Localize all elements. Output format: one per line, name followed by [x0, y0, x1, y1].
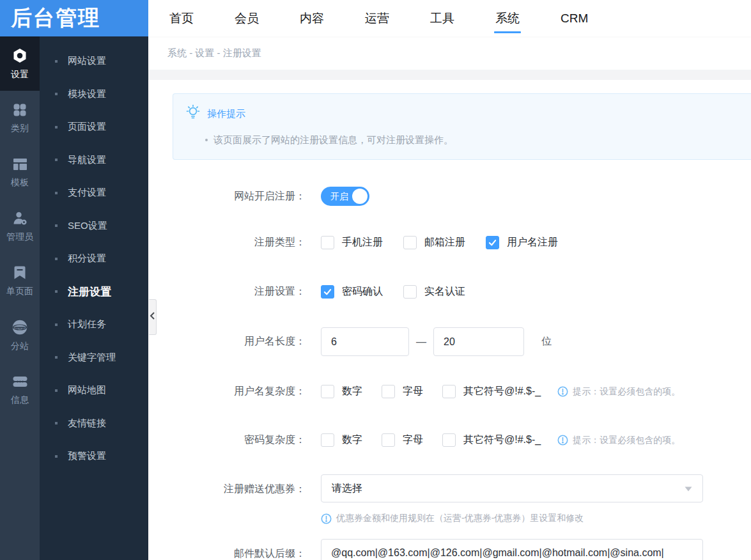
rail-item-messages[interactable]: 信息 — [0, 362, 40, 417]
checkbox-label: 用户名注册 — [507, 236, 558, 249]
submenu-item-label: 注册设置 — [68, 284, 111, 299]
checkbox-icon — [321, 385, 334, 398]
select-value: 请选择 — [332, 482, 362, 495]
field-label: 邮件默认后缀： — [148, 539, 306, 560]
operation-tip-box: 操作提示 该页面展示了网站的注册设置信息，可对注册设置操作。 — [173, 93, 751, 160]
rail-item-subsites[interactable]: www 分站 — [0, 308, 40, 362]
checkbox-checked-icon — [486, 236, 499, 249]
hint-text: 提示：设置必须包含的项。 — [573, 386, 680, 398]
sidebar-collapse-handle[interactable] — [149, 299, 157, 335]
submenu-item-cron-tasks[interactable]: 计划任务 — [40, 308, 148, 341]
checkbox-label: 实名认证 — [424, 285, 465, 299]
chevron-left-icon — [150, 311, 155, 323]
submenu-item-register-settings[interactable]: 注册设置 — [40, 276, 148, 309]
submenu-item-page-settings[interactable]: 页面设置 — [40, 111, 148, 144]
submenu-item-site-settings[interactable]: 网站设置 — [40, 45, 148, 78]
checkbox-username-register[interactable]: 用户名注册 — [486, 236, 558, 249]
checkbox-label: 邮箱注册 — [424, 236, 465, 249]
rail-item-categories[interactable]: 类别 — [0, 91, 40, 145]
checkbox-label: 密码确认 — [342, 285, 383, 299]
checkbox-icon — [382, 433, 395, 447]
checkbox-username-digits[interactable]: 数字 — [321, 385, 362, 398]
checkbox-password-symbols[interactable]: 其它符号@!#.$-_ — [442, 433, 541, 447]
chevron-down-icon — [685, 483, 692, 494]
bookmark-page-icon — [12, 265, 27, 281]
checkbox-password-letters[interactable]: 字母 — [382, 433, 423, 447]
app-logo: 后台管理 — [0, 0, 148, 36]
tab-operations[interactable]: 运营 — [365, 0, 389, 36]
check-icon — [323, 287, 332, 297]
toggle-state-label: 开启 — [330, 187, 348, 206]
row-register-settings: 注册设置： 密码确认 实名认证 — [148, 285, 751, 299]
bullet-icon — [55, 422, 58, 424]
rail-item-admins[interactable]: 管理员 — [0, 199, 40, 254]
coupon-hint: 优惠券金额和使用规则在（运营-优惠券-优惠券）里设置和修改 — [321, 513, 703, 524]
checkbox-password-confirm[interactable]: 密码确认 — [321, 285, 383, 299]
hint-text: 提示：设置必须包含的项。 — [573, 435, 680, 446]
checkbox-icon — [403, 285, 417, 299]
globe-icon: www — [12, 319, 28, 336]
submenu-item-label: 网站设置 — [68, 55, 106, 67]
register-toggle[interactable]: 开启 — [321, 187, 369, 206]
register-settings-panel: 操作提示 该页面展示了网站的注册设置信息，可对注册设置操作。 网站开启注册： 开… — [148, 93, 751, 560]
checkbox-username-letters[interactable]: 字母 — [382, 385, 423, 398]
admin-user-icon — [12, 210, 28, 226]
rail-item-settings[interactable]: 设置 — [0, 36, 40, 91]
row-register-switch: 网站开启注册： 开启 — [148, 187, 751, 206]
breadcrumb: 系统 - 设置 - 注册设置 — [167, 47, 261, 59]
submenu-item-alert-settings[interactable]: 预警设置 — [40, 440, 148, 473]
checkbox-username-symbols[interactable]: 其它符号@!#.$-_ — [442, 385, 541, 398]
rail-item-label: 分站 — [11, 341, 29, 352]
tab-members[interactable]: 会员 — [235, 0, 259, 36]
email-suffix-input[interactable] — [321, 539, 703, 560]
checkbox-label: 字母 — [403, 385, 423, 398]
field-label: 注册类型： — [148, 236, 306, 249]
checkbox-icon — [321, 433, 334, 447]
row-email-suffix: 邮件默认后缀： — [148, 539, 751, 560]
bullet-icon — [55, 126, 58, 128]
submenu-item-payment-settings[interactable]: 支付设置 — [40, 176, 148, 210]
submenu-item-points-settings[interactable]: 积分设置 — [40, 242, 148, 276]
tab-system[interactable]: 系统 — [495, 0, 520, 36]
tab-tools[interactable]: 工具 — [430, 0, 454, 36]
icon-rail: 设置 类别 模板 管理员 — [0, 36, 40, 560]
rail-item-single-page[interactable]: 单页面 — [0, 254, 40, 308]
grid-icon — [12, 102, 27, 118]
tab-home[interactable]: 首页 — [169, 0, 194, 36]
checkbox-icon — [321, 236, 334, 249]
checkbox-email-register[interactable]: 邮箱注册 — [403, 236, 465, 249]
bullet-icon — [55, 224, 58, 227]
main-content: 系统 - 设置 - 注册设置 操作提示 该页面展示了网站的注册设置信息，可对注册… — [148, 36, 751, 560]
submenu-item-friend-links[interactable]: 友情链接 — [40, 407, 148, 440]
submenu-item-label: 导航设置 — [68, 154, 106, 166]
submenu-item-label: 网站地图 — [68, 384, 106, 396]
coupon-select[interactable]: 请选择 — [321, 474, 703, 502]
rail-item-label: 模板 — [11, 177, 29, 189]
checkbox-realname-auth[interactable]: 实名认证 — [403, 285, 465, 299]
submenu-item-module-settings[interactable]: 模块设置 — [40, 78, 148, 111]
field-label: 注册赠送优惠券： — [148, 474, 306, 496]
submenu-item-keyword-management[interactable]: 关键字管理 — [40, 341, 148, 375]
submenu-item-seo-settings[interactable]: SEO设置 — [40, 210, 148, 243]
bullet-icon — [55, 192, 58, 194]
length-unit: 位 — [541, 335, 552, 348]
submenu-item-label: 预警设置 — [68, 450, 106, 462]
username-max-length-input[interactable] — [433, 327, 524, 356]
tab-content[interactable]: 内容 — [300, 0, 324, 36]
top-navigation: 首页 会员 内容 运营 工具 系统 CRM — [148, 0, 751, 36]
submenu-item-nav-settings[interactable]: 导航设置 — [40, 144, 148, 177]
submenu-item-sitemap[interactable]: 网站地图 — [40, 374, 148, 407]
bullet-dot-icon — [205, 139, 208, 141]
username-min-length-input[interactable] — [321, 327, 409, 356]
tab-crm[interactable]: CRM — [561, 0, 588, 36]
checkbox-phone-register[interactable]: 手机注册 — [321, 236, 383, 249]
hint-text: 优惠券金额和使用规则在（运营-优惠券-优惠券）里设置和修改 — [336, 513, 584, 524]
row-password-complexity: 密码复杂度： 数字 字母 其它符号@!#.$-_ — [148, 433, 751, 447]
rail-item-templates[interactable]: 模板 — [0, 145, 40, 199]
checkbox-checked-icon — [321, 285, 334, 299]
checkbox-icon — [403, 236, 417, 249]
submenu-item-label: 计划任务 — [68, 318, 106, 331]
checkbox-password-digits[interactable]: 数字 — [321, 433, 362, 447]
bullet-icon — [55, 290, 58, 293]
bullet-icon — [55, 60, 58, 63]
